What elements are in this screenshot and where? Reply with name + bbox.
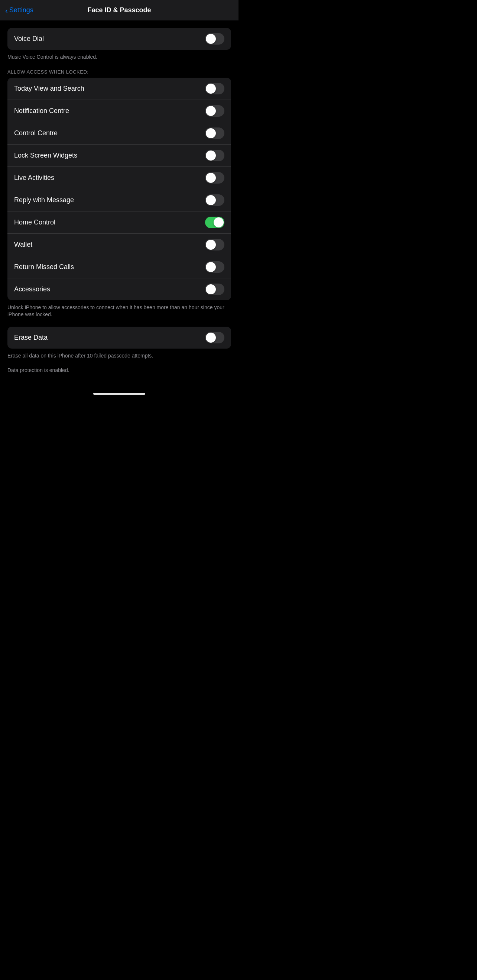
home-control-slider: [205, 217, 224, 228]
wallet-label: Wallet: [14, 241, 32, 249]
return-missed-calls-label: Return Missed Calls: [14, 263, 74, 271]
notification-centre-slider: [205, 105, 224, 117]
return-missed-calls-slider: [205, 261, 224, 273]
accessories-toggle[interactable]: [205, 283, 224, 295]
erase-data-helper: Erase all data on this iPhone after 10 f…: [0, 348, 238, 360]
page-title: Face ID & Passcode: [87, 6, 151, 14]
accessories-helper: Unlock iPhone to allow accessories to co…: [0, 300, 238, 318]
lock-screen-widgets-slider: [205, 150, 224, 161]
reply-with-message-row: Reply with Message: [8, 189, 231, 212]
voice-dial-toggle[interactable]: [205, 33, 224, 45]
nav-bar: ‹ Settings Face ID & Passcode: [0, 0, 238, 21]
voice-dial-group: Voice Dial: [8, 28, 231, 50]
erase-data-toggle[interactable]: [205, 332, 224, 344]
notification-centre-toggle[interactable]: [205, 105, 224, 117]
voice-dial-row: Voice Dial: [8, 28, 231, 50]
home-bar: [93, 393, 145, 395]
home-control-label: Home Control: [14, 218, 56, 226]
live-activities-row: Live Activities: [8, 167, 231, 189]
data-protection-text: Data protection is enabled.: [0, 360, 238, 374]
live-activities-slider: [205, 172, 224, 184]
erase-data-group: Erase Data: [8, 327, 231, 348]
reply-with-message-slider: [205, 194, 224, 206]
home-control-row: Home Control: [8, 212, 231, 234]
control-centre-label: Control Centre: [14, 129, 57, 137]
return-missed-calls-row: Return Missed Calls: [8, 256, 231, 278]
section-header: ALLOW ACCESS WHEN LOCKED:: [0, 61, 238, 78]
today-view-label: Today View and Search: [14, 85, 84, 92]
voice-dial-helper: Music Voice Control is always enabled.: [0, 50, 238, 61]
back-label[interactable]: Settings: [9, 6, 33, 14]
live-activities-toggle[interactable]: [205, 172, 224, 184]
today-view-toggle[interactable]: [205, 83, 224, 94]
erase-data-slider: [205, 332, 224, 344]
today-view-row: Today View and Search: [8, 78, 231, 100]
control-centre-toggle[interactable]: [205, 127, 224, 139]
today-view-slider: [205, 83, 224, 94]
voice-dial-section: Voice Dial: [8, 28, 231, 50]
locked-items-list: Today View and Search Notification Centr…: [8, 78, 231, 300]
reply-with-message-toggle[interactable]: [205, 194, 224, 206]
home-control-toggle[interactable]: [205, 217, 224, 228]
home-indicator: [0, 385, 238, 398]
wallet-row: Wallet: [8, 234, 231, 256]
voice-dial-slider: [205, 33, 224, 45]
accessories-row: Accessories: [8, 278, 231, 300]
accessories-label: Accessories: [14, 285, 50, 293]
notification-centre-label: Notification Centre: [14, 107, 69, 115]
voice-dial-label: Voice Dial: [14, 35, 44, 43]
lock-screen-widgets-toggle[interactable]: [205, 150, 224, 161]
notification-centre-row: Notification Centre: [8, 100, 231, 122]
wallet-toggle[interactable]: [205, 239, 224, 250]
lock-screen-widgets-row: Lock Screen Widgets: [8, 145, 231, 167]
lock-screen-widgets-label: Lock Screen Widgets: [14, 152, 77, 159]
live-activities-label: Live Activities: [14, 174, 54, 182]
erase-data-section: Erase Data: [8, 327, 231, 348]
return-missed-calls-toggle[interactable]: [205, 261, 224, 273]
locked-items-group: Today View and Search Notification Centr…: [8, 78, 231, 300]
accessories-slider: [205, 283, 224, 295]
control-centre-row: Control Centre: [8, 122, 231, 145]
chevron-left-icon: ‹: [5, 7, 8, 14]
reply-with-message-label: Reply with Message: [14, 196, 74, 204]
erase-data-label: Erase Data: [14, 334, 48, 342]
back-button[interactable]: ‹ Settings: [5, 6, 33, 14]
erase-data-row: Erase Data: [8, 327, 231, 348]
wallet-slider: [205, 239, 224, 250]
control-centre-slider: [205, 127, 224, 139]
